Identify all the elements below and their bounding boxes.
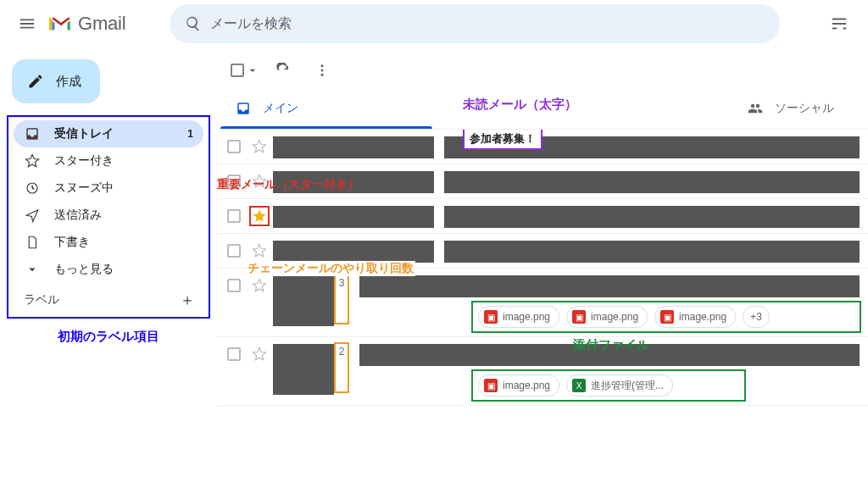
sidebar-item-label: 下書き	[54, 235, 90, 250]
mail-row[interactable]: 2 添付ファイル ▣image.png X進捗管理(管理...	[217, 337, 868, 406]
svg-point-3	[321, 74, 324, 76]
star-outline-icon	[252, 139, 267, 154]
annotation-attach: 添付ファイル	[573, 337, 649, 353]
nav-annotation-box: 受信トレイ 1 スター付き スヌーズ中 送信済み 下書き	[7, 115, 210, 319]
refresh-button[interactable]	[266, 53, 300, 87]
sidebar-item-label: もっと見る	[54, 262, 114, 277]
hamburger-icon	[18, 14, 36, 33]
main-menu-button[interactable]	[7, 3, 47, 44]
add-label-button[interactable]: ＋	[180, 290, 195, 310]
sidebar-item-label: スヌーズ中	[54, 180, 114, 196]
clock-icon	[24, 180, 41, 196]
inbox-icon	[24, 126, 41, 141]
sidebar-item-inbox[interactable]: 受信トレイ 1	[14, 120, 203, 147]
attachment-chip[interactable]: ▣image.png	[566, 306, 648, 328]
sidebar-item-label: 送信済み	[54, 208, 102, 223]
star-filled-icon	[252, 208, 267, 224]
star-icon	[24, 153, 41, 169]
attachment-chip[interactable]: X進捗管理(管理...	[566, 374, 673, 396]
header-right	[817, 7, 861, 41]
row-star[interactable]	[251, 277, 268, 294]
star-outline-icon	[252, 243, 267, 258]
more-button[interactable]	[305, 53, 339, 87]
send-icon	[24, 208, 41, 223]
mail-row[interactable]: 3 ▣image.png ▣image.png ▣image.png +3	[217, 269, 868, 337]
svg-point-2	[321, 69, 324, 72]
search-input[interactable]	[210, 16, 775, 31]
row-checkbox[interactable]	[227, 347, 241, 361]
row-checkbox[interactable]	[227, 209, 241, 223]
checkbox-icon	[231, 64, 244, 77]
image-file-icon: ▣	[484, 379, 498, 392]
main-panel: メイン 未読メール（太字） ソーシャル 参加者募集！	[217, 47, 868, 488]
tab-label: ソーシャル	[775, 101, 834, 116]
svg-point-1	[321, 64, 324, 67]
annotation-chain: チェーンメールのやり取り回数	[246, 261, 415, 276]
attachment-chip[interactable]: ▣image.png	[478, 374, 559, 396]
sender-redacted	[273, 344, 334, 395]
row-checkbox[interactable]	[227, 140, 241, 153]
attachments-group: ▣image.png ▣image.png ▣image.png +3	[473, 302, 860, 331]
row-star[interactable]	[251, 242, 268, 259]
image-file-icon: ▣	[660, 310, 674, 324]
gmail-logo[interactable]: Gmail	[49, 13, 125, 35]
sender-redacted	[273, 136, 434, 158]
mail-toolbar	[217, 47, 868, 88]
attachment-chip[interactable]: ▣image.png	[654, 306, 736, 328]
row-star[interactable]	[251, 346, 268, 363]
attachments-group: ▣image.png X進捗管理(管理...	[473, 371, 744, 400]
sender-redacted	[273, 206, 434, 228]
sidebar-item-more[interactable]: もっと見る	[14, 256, 203, 283]
labels-header-row: ラベル ＋	[14, 283, 203, 310]
row-star[interactable]	[251, 138, 268, 155]
sidebar-annotation-caption: 初期のラベル項目	[7, 329, 210, 345]
more-vert-icon	[314, 63, 330, 78]
select-all[interactable]	[225, 60, 261, 80]
file-icon	[24, 235, 41, 250]
settings-button[interactable]	[822, 7, 856, 41]
search-bar[interactable]	[170, 4, 780, 43]
row-checkbox[interactable]	[227, 244, 241, 258]
thread-count: 3	[334, 274, 349, 324]
star-outline-icon	[252, 278, 267, 293]
sidebar-item-sent[interactable]: 送信済み	[14, 202, 203, 229]
row-checkbox[interactable]	[227, 279, 241, 292]
sidebar-item-snoozed[interactable]: スヌーズ中	[14, 175, 203, 202]
tune-icon	[830, 14, 849, 33]
search-icon	[185, 15, 202, 32]
category-tabs: メイン 未読メール（太字） ソーシャル	[217, 88, 868, 130]
body-redacted	[444, 206, 860, 228]
attachment-chip[interactable]: ▣image.png	[478, 306, 559, 328]
refresh-icon	[275, 63, 291, 78]
compose-button[interactable]: 作成	[12, 59, 100, 103]
tab-primary[interactable]: メイン	[220, 88, 407, 129]
body-redacted	[444, 241, 860, 263]
brand-text: Gmail	[78, 13, 125, 35]
labels-header: ラベル	[24, 292, 59, 308]
tab-social[interactable]: ソーシャル	[732, 88, 868, 129]
mail-row[interactable]: 重要メール（スター付き）	[217, 199, 868, 234]
image-file-icon: ▣	[572, 310, 586, 324]
mail-row[interactable]: チェーンメールのやり取り回数	[217, 234, 868, 269]
sidebar-item-drafts[interactable]: 下書き	[14, 229, 203, 256]
search-wrap	[170, 4, 817, 43]
compose-label: 作成	[56, 74, 81, 90]
mail-row[interactable]: 参加者募集！	[217, 130, 868, 164]
sender-redacted	[273, 275, 334, 326]
mail-list: 参加者募集！ 重要メール（スター付き）	[217, 130, 868, 488]
annotation-unread: 未読メール（太字）	[463, 97, 577, 113]
row-star[interactable]	[251, 208, 268, 225]
sidebar-item-starred[interactable]: スター付き	[14, 147, 203, 175]
people-icon	[748, 101, 763, 116]
pencil-icon	[27, 73, 44, 90]
gmail-m-icon	[49, 14, 73, 33]
body-redacted	[359, 275, 860, 297]
sheet-file-icon: X	[572, 379, 586, 392]
subject-unread: 参加者募集！	[465, 130, 541, 148]
sender-redacted	[273, 241, 434, 263]
attachment-more[interactable]: +3	[743, 306, 770, 328]
search-button[interactable]	[176, 7, 210, 41]
sidebar: 作成 受信トレイ 1 スター付き スヌーズ中 送信済み	[0, 47, 217, 488]
star-outline-icon	[252, 347, 267, 362]
image-file-icon: ▣	[484, 310, 498, 324]
